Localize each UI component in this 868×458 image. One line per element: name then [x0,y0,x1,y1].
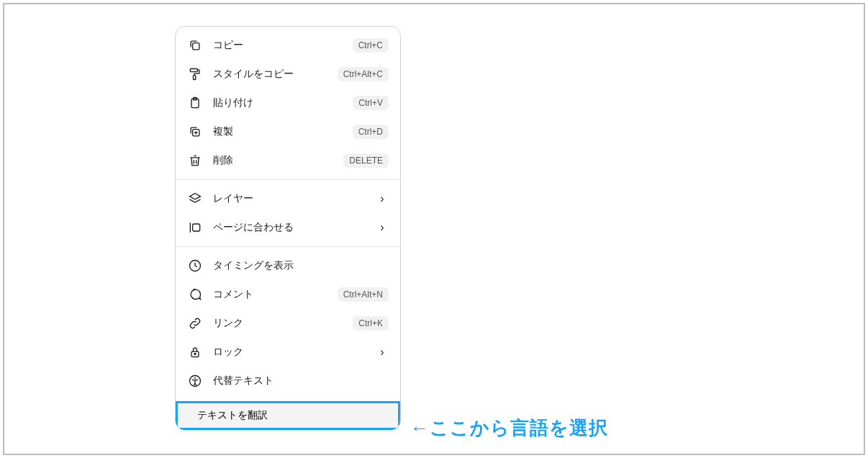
context-menu: コピー Ctrl+C スタイルをコピー Ctrl+Alt+C 貼り付け Ctrl… [175,26,401,431]
chevron-right-icon: › [376,346,389,359]
shortcut-badge: Ctrl+K [353,316,389,331]
menu-item-copy[interactable]: コピー Ctrl+C [176,31,400,60]
link-icon [187,315,203,331]
menu-item-lock[interactable]: ロック › [176,338,400,367]
svg-rect-2 [194,76,196,80]
shortcut-badge: DELETE [343,153,389,168]
layers-icon [187,191,203,207]
menu-item-show-timing[interactable]: タイミングを表示 [176,251,400,280]
callout-annotation: ←ここから言語を選択 [410,416,608,441]
trash-icon [187,153,203,169]
paint-roller-icon [187,66,203,82]
menu-item-duplicate[interactable]: 複製 Ctrl+D [176,117,400,146]
svg-point-9 [194,354,196,355]
menu-section-more: タイミングを表示 コメント Ctrl+Alt+N リンク Ctrl+K [176,246,400,400]
accessibility-icon [187,373,203,389]
menu-item-label: スタイルをコピー [213,68,338,81]
menu-item-label: 貼り付け [213,96,353,109]
duplicate-icon [187,124,203,140]
shortcut-badge: Ctrl+Alt+N [338,287,389,302]
lock-icon [187,344,203,360]
menu-item-label: ページに合わせる [213,221,376,234]
menu-item-layer[interactable]: レイヤー › [176,184,400,213]
fit-page-icon [187,220,203,235]
svg-point-11 [194,377,196,379]
menu-item-comment[interactable]: コメント Ctrl+Alt+N [176,280,400,309]
shortcut-badge: Ctrl+C [353,38,389,53]
menu-item-label: コメント [213,288,338,301]
menu-item-label: 複製 [213,125,353,138]
menu-item-label: レイヤー [213,192,376,205]
menu-item-label: テキストを翻訳 [197,409,268,422]
menu-section-edit: コピー Ctrl+C スタイルをコピー Ctrl+Alt+C 貼り付け Ctrl… [176,27,400,179]
shortcut-badge: Ctrl+Alt+C [338,67,389,81]
menu-item-alt-text[interactable]: 代替テキスト [176,367,400,395]
svg-rect-0 [193,43,199,50]
menu-section-arrange: レイヤー › ページに合わせる › [176,179,400,246]
svg-rect-1 [190,69,197,72]
menu-item-delete[interactable]: 削除 DELETE [176,146,400,175]
comment-icon [187,287,203,302]
menu-item-paste[interactable]: 貼り付け Ctrl+V [176,89,400,117]
menu-item-label: コピー [213,39,353,52]
svg-rect-6 [193,224,200,231]
chevron-right-icon: › [376,192,389,205]
menu-item-label: 代替テキスト [213,374,389,387]
document-frame: コピー Ctrl+C スタイルをコピー Ctrl+Alt+C 貼り付け Ctrl… [3,3,865,455]
menu-item-label: リンク [213,317,353,330]
menu-item-label: ロック [213,346,376,359]
clock-icon [187,258,203,274]
clipboard-icon [187,95,203,111]
shortcut-badge: Ctrl+V [353,96,389,110]
menu-item-label: タイミングを表示 [213,259,389,272]
menu-item-label: 削除 [213,154,343,167]
copy-icon [187,37,203,53]
menu-item-translate-text[interactable]: テキストを翻訳 [176,401,400,430]
menu-item-copy-style[interactable]: スタイルをコピー Ctrl+Alt+C [176,60,400,89]
menu-item-link[interactable]: リンク Ctrl+K [176,309,400,338]
chevron-right-icon: › [376,221,389,234]
shortcut-badge: Ctrl+D [353,125,389,139]
menu-item-fit-page[interactable]: ページに合わせる › [176,213,400,242]
